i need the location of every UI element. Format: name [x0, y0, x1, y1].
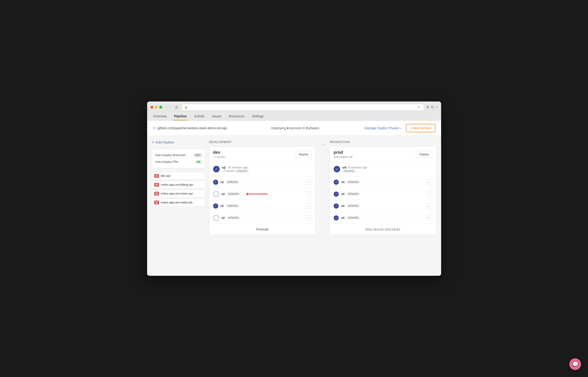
tab-activity[interactable]: Activity: [193, 112, 205, 120]
service-name: like-api: [161, 174, 170, 177]
service-check-muted-icon: ✓: [213, 215, 219, 221]
address-bar[interactable]: 🔒 console.seed.run ↻: [182, 104, 424, 111]
dev-env-footer: Promote: [209, 224, 316, 235]
expand-button[interactable]: ∨: [426, 191, 432, 197]
service-name: notes-app-ext-notes-api: [161, 192, 193, 195]
new-tab-button[interactable]: +: [436, 105, 438, 109]
development-header: DEVELOPMENT: [209, 141, 316, 144]
prod-branch-name: Auto-deploy off: [334, 155, 352, 159]
auto-deploy-branches-label: Auto-Deploy Branches: [155, 153, 186, 157]
close-button[interactable]: [150, 106, 153, 109]
table-row: ✓ v2 b99d49c ∨: [209, 188, 316, 200]
prod-summary-meta: b99d49c: [342, 169, 367, 173]
service-version: v4: [341, 216, 344, 220]
expand-button[interactable]: ∨: [306, 203, 312, 209]
service-version: v2: [221, 204, 224, 208]
service-commit: b99d49c: [347, 180, 360, 184]
table-row: ✓ v2 b99d49c ∨: [209, 176, 316, 188]
expand-button[interactable]: ∨: [306, 215, 312, 221]
manage-deploy-phases-button[interactable]: Manage Deploy Phases ›: [365, 126, 401, 130]
red-arrow-indicator: [247, 193, 268, 196]
production-header: PRODUCTION: [330, 141, 436, 144]
service-name: notes-app-ext-notify-job: [161, 201, 193, 204]
expand-button[interactable]: ∨: [306, 191, 312, 197]
service-check-icon: ✓: [213, 180, 218, 185]
expand-button[interactable]: ∨: [426, 203, 432, 209]
forward-button[interactable]: ›: [168, 105, 171, 109]
tab-overview[interactable]: Overview: [152, 112, 168, 120]
browser-chrome: ‹ › ⊞ 🔒 console.seed.run ↻ ⬆ ⧉ + Overvie…: [147, 102, 441, 121]
table-row: ✓ v2 b99d49c ∨: [209, 200, 316, 212]
prod-summary-time: 9 minutes ago: [348, 166, 367, 169]
pencil-icon: ✏: [152, 141, 155, 144]
tab-issues[interactable]: Issues: [211, 112, 222, 120]
table-row: ✓ v4 b99d49c ∨: [330, 212, 436, 224]
prod-summary-commit: b99d49c: [342, 169, 356, 173]
browser-window: ‹ › ⊞ 🔒 console.seed.run ↻ ⬆ ⧉ + Overvie…: [147, 102, 441, 276]
table-row: ✓ v4 b99d49c ∨: [330, 200, 436, 212]
sidebar-toggle-button[interactable]: ⊞: [174, 105, 180, 110]
service-version: v2: [222, 192, 225, 196]
traffic-lights: [150, 106, 162, 109]
nav-tabs: Overview Pipeline Activity Issues Resour…: [150, 112, 438, 120]
service-icon: [154, 201, 159, 204]
prod-env-card: prod Auto-deploy off Deploy ✓: [330, 146, 436, 235]
list-item[interactable]: notes-app-ext-notify-job: [152, 199, 205, 206]
dev-summary-commit: b99d49c: [236, 169, 249, 173]
auto-deploy-branches-badge: OFF: [194, 153, 202, 157]
prod-branch: Auto-deploy off: [334, 155, 352, 159]
prod-deploy-button[interactable]: Deploy: [416, 151, 432, 158]
auto-deploy-prs-label: Auto-Deploy PRs: [155, 160, 179, 164]
prod-check-icon: ✓: [334, 166, 340, 172]
auto-deploy-prs-setting: Auto-Deploy PRs ON: [155, 159, 202, 165]
list-item[interactable]: like-api: [152, 172, 205, 180]
maximize-button[interactable]: [159, 106, 162, 109]
prod-env-header: prod Auto-deploy off Deploy: [330, 147, 436, 162]
service-check-icon: ✓: [334, 191, 339, 197]
service-check-icon: ✓: [334, 215, 339, 221]
list-item[interactable]: notes-app-ext-billing-api: [152, 181, 205, 189]
new-service-label: + New Service: [410, 126, 431, 130]
list-item[interactable]: notes-app-ext-notes-api: [152, 190, 205, 198]
dev-summary-version: v2: [222, 165, 226, 169]
deploy-prefix: Deploying: [271, 126, 286, 130]
chevron-right-icon: ›: [400, 126, 401, 130]
expand-button[interactable]: ∨: [306, 179, 312, 185]
chat-bubble-button[interactable]: 💬: [569, 358, 581, 370]
back-button[interactable]: ‹: [165, 105, 168, 109]
tab-settings[interactable]: Settings: [251, 112, 265, 120]
manage-phases-label: Manage Deploy Phases: [365, 126, 399, 130]
share-button[interactable]: ⬆: [426, 105, 429, 109]
prod-env-footer: ROLLBACK SUCCESS: [330, 224, 436, 235]
deploy-info: Deploying 4 services in 3 phases.: [232, 126, 360, 130]
tab-pipeline[interactable]: Pipeline: [173, 112, 188, 120]
service-version: v4: [341, 204, 344, 208]
expand-button[interactable]: ∨: [426, 179, 432, 185]
url-input[interactable]: console.seed.run: [189, 106, 416, 109]
reload-button[interactable]: ↻: [417, 105, 421, 109]
service-commit: b99d49c: [347, 216, 360, 220]
top-bar: ⊙ github.com/jayair/serverless-stack-dem…: [147, 121, 441, 136]
browser-actions: ⬆ ⧉ +: [426, 105, 438, 109]
new-service-button[interactable]: + New Service: [406, 124, 436, 132]
edit-pipeline-button[interactable]: ✏ Edit Pipeline: [152, 141, 205, 144]
dev-branch: ⎇ master: [213, 155, 226, 159]
phase-label: phases.: [308, 126, 320, 130]
service-commit: b99d49c: [347, 204, 360, 208]
main-layout: ✏ Edit Pipeline Auto-Deploy Branches OFF…: [147, 136, 441, 276]
minimize-button[interactable]: [155, 106, 158, 109]
promote-button[interactable]: Promote: [256, 227, 269, 231]
service-version: v4: [341, 180, 344, 184]
service-icon: [154, 183, 159, 187]
table-row: ✓ v2 b99d49c ∨: [209, 212, 316, 224]
service-icon: [154, 192, 159, 196]
expand-button[interactable]: ∨: [426, 215, 432, 221]
deploy-label: services in: [290, 126, 306, 130]
auto-deploy-branches-setting: Auto-Deploy Branches OFF: [155, 152, 202, 159]
tab-resources[interactable]: Resources: [228, 112, 245, 120]
prod-summary-version: v4: [342, 165, 346, 169]
duplicate-button[interactable]: ⧉: [431, 105, 434, 109]
service-commit: b99d49c: [227, 216, 240, 220]
dev-deploy-button[interactable]: Deploy: [295, 151, 312, 158]
arrow-right-icon: →: [320, 142, 325, 147]
